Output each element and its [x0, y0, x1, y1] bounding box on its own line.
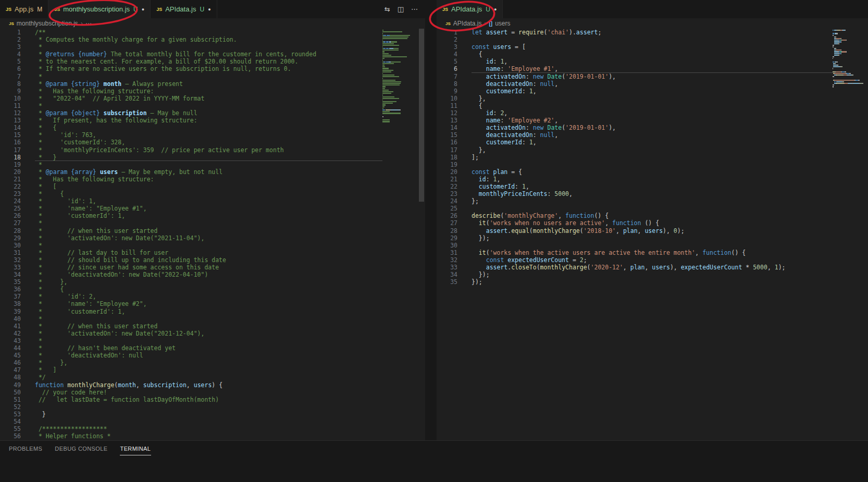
code-line[interactable]: describe('monthlyCharge', function() { — [472, 212, 833, 219]
breadcrumb-file[interactable]: APIdata.js — [453, 20, 482, 27]
code-line[interactable]: customerId: 1, — [472, 88, 833, 95]
code-line[interactable]: * { — [35, 190, 382, 197]
code-line[interactable]: * — [35, 219, 382, 227]
code-line[interactable]: const users = [ — [472, 43, 833, 51]
code-line[interactable]: * }, — [35, 359, 382, 366]
code-line[interactable]: * { — [35, 124, 382, 131]
code-line[interactable] — [472, 36, 833, 43]
code-line[interactable]: id: 2, — [472, 109, 833, 117]
code-line[interactable]: }, — [472, 146, 833, 154]
code-line[interactable]: * // hasn't been deactivated yet — [35, 344, 382, 352]
code-line[interactable]: * 'name': "Employee #1", — [35, 205, 382, 212]
code-line[interactable]: id: 1, — [472, 58, 833, 65]
code-line[interactable]: * 'id': 2, — [35, 293, 382, 300]
code-line[interactable]: * 'customerId': 1, — [35, 308, 382, 315]
code-line[interactable]: * — [35, 73, 382, 80]
code-line[interactable]: * Has the following structure: — [35, 176, 382, 183]
code-line[interactable]: it('works when no users are active', fun… — [472, 219, 833, 227]
code-line[interactable]: }); — [472, 271, 833, 278]
code-line[interactable]: function monthlyCharge(month, subscripti… — [35, 381, 382, 389]
code-line[interactable]: * @returns {number} The total monthly bi… — [35, 51, 382, 58]
code-line[interactable]: { — [472, 102, 833, 109]
code-line[interactable]: */ — [35, 374, 382, 381]
code-line[interactable] — [472, 242, 833, 249]
editor-right[interactable]: 1234567891011121314151617181920212223242… — [437, 29, 868, 440]
code-line[interactable]: { — [472, 51, 833, 58]
code-line[interactable]: * 'monthlyPriceInCents': 359 // price pe… — [35, 146, 382, 154]
code-line[interactable]: name: 'Employee #2', — [472, 117, 833, 124]
code-line[interactable]: * [ — [35, 183, 382, 190]
code-line[interactable]: ]; — [472, 154, 833, 161]
breadcrumb-symbol[interactable]: users — [495, 20, 510, 27]
code-line[interactable]: * 'id': 763, — [35, 131, 382, 139]
code-area[interactable]: let assert = require('chai').assert;cons… — [464, 29, 833, 440]
code-line[interactable]: * — [35, 43, 382, 51]
code-line[interactable]: * @param {string} month – Always present — [35, 80, 382, 88]
tab-APIdata.js[interactable]: JSAPIdata.jsU● — [437, 0, 503, 18]
code-line[interactable] — [472, 161, 833, 168]
code-line[interactable]: * 'name': "Employee #2", — [35, 300, 382, 307]
code-line[interactable]: }, — [472, 95, 833, 102]
compare-editors-icon[interactable]: ⇆ — [385, 5, 390, 13]
code-line[interactable]: * // when this user started — [35, 323, 382, 330]
code-line[interactable]: assert.closeTo(monthlyCharge('2020-12', … — [472, 264, 833, 271]
code-line[interactable]: monthlyPriceInCents: 5000, — [472, 190, 833, 197]
code-line[interactable]: } — [35, 411, 382, 418]
code-line[interactable]: assert.equal(monthlyCharge('2018-10', pl… — [472, 227, 833, 234]
code-line[interactable]: customerId: 1, — [472, 183, 833, 190]
tab-monthlysubscription.js[interactable]: JSmonthlysubscription.jsU● — [48, 0, 151, 18]
code-line[interactable]: * "2022-04" // April 2022 in YYYY-MM for… — [35, 95, 382, 102]
code-line[interactable]: }); — [472, 278, 833, 286]
minimap[interactable] — [382, 29, 418, 440]
code-line[interactable]: * — [35, 315, 382, 323]
breadcrumb-more[interactable]: ⋯ — [85, 20, 92, 27]
code-line[interactable]: * // should bill up to and including thi… — [35, 256, 382, 264]
code-line[interactable]: // let lastDate = function lastDayOfMont… — [35, 396, 382, 403]
code-line[interactable]: * Computes the monthly charge for a give… — [35, 36, 382, 43]
code-line[interactable]: activatedOn: new Date('2019-01-01'), — [472, 73, 833, 80]
panel-tab-debug-console[interactable]: DEBUG CONSOLE — [54, 441, 108, 455]
code-line[interactable]: * @param {object} subscription – May be … — [35, 109, 382, 117]
code-line[interactable]: // your code here! — [35, 389, 382, 396]
panel-tab-terminal[interactable]: TERMINAL — [120, 441, 152, 455]
scrollbar-thumb[interactable] — [419, 29, 424, 202]
code-line[interactable]: * 'customerId': 328, — [35, 139, 382, 146]
code-line[interactable]: * — [35, 102, 382, 109]
code-line[interactable]: const plan = { — [472, 168, 833, 176]
code-line[interactable]: deactivatedOn: null, — [472, 131, 833, 139]
panel-tab-problems[interactable]: PROBLEMS — [8, 441, 43, 455]
tab-APIdata.js[interactable]: JSAPIdata.jsU● — [151, 0, 217, 18]
code-line[interactable]: /****************** — [35, 425, 382, 432]
code-line[interactable]: * @param {array} users – May be empty, b… — [35, 168, 382, 176]
code-line[interactable]: * — [35, 337, 382, 344]
breadcrumb-file[interactable]: monthlysubscription.js — [17, 20, 78, 27]
code-line[interactable]: * 'deactivatedOn': new Date("2022-04-10"… — [35, 271, 382, 278]
unsaved-dot-icon[interactable]: ● — [494, 7, 497, 12]
tab-App.js[interactable]: JSApp.jsM — [0, 0, 48, 18]
more-actions-icon[interactable]: ⋯ — [411, 5, 418, 13]
unsaved-dot-icon[interactable]: ● — [142, 7, 144, 12]
code-line[interactable]: * // when this user started — [35, 227, 382, 234]
code-line[interactable]: * 'activatedOn': new Date("2021-11-04"), — [35, 234, 382, 242]
code-line[interactable]: customerId: 1, — [472, 139, 833, 146]
code-line[interactable]: * 'id': 1, — [35, 197, 382, 205]
vertical-scrollbar[interactable] — [418, 29, 425, 440]
code-line[interactable]: * If there are no active users or the su… — [35, 65, 382, 72]
code-line[interactable]: id: 1, — [472, 176, 833, 183]
code-line[interactable]: * Helper functions * — [35, 432, 382, 440]
code-line[interactable]: * } — [35, 154, 382, 161]
code-line[interactable]: deactivatedOn: null, — [472, 80, 833, 88]
code-line[interactable]: * 'activatedOn': new Date("2021-12-04"), — [35, 330, 382, 337]
code-line[interactable]: /** — [35, 29, 382, 36]
editor-group-sash[interactable] — [425, 0, 437, 440]
minimap[interactable] — [833, 29, 868, 440]
code-line[interactable]: name: 'Employee #1', — [472, 65, 833, 72]
code-line[interactable]: }; — [472, 197, 833, 205]
code-line[interactable]: * { — [35, 286, 382, 293]
code-line[interactable]: * to the nearest cent. For example, a bi… — [35, 58, 382, 65]
code-line[interactable]: let assert = require('chai').assert; — [472, 29, 833, 36]
code-line[interactable]: * — [35, 242, 382, 249]
unsaved-dot-icon[interactable]: ● — [208, 7, 210, 12]
code-line[interactable] — [35, 418, 382, 425]
editor-left[interactable]: 1234567891011121314151617181920212223242… — [0, 29, 425, 440]
